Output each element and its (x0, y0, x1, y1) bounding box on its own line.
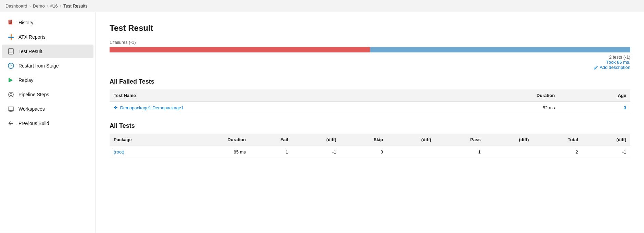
replay-icon (8, 77, 14, 84)
atx-reports-icon (8, 34, 14, 40)
sidebar-label-workspaces: Workspaces (18, 106, 45, 112)
breadcrumb-dashboard[interactable]: Dashboard (5, 3, 27, 9)
breadcrumb-current: Test Results (63, 3, 88, 9)
fail-cell: 1 (250, 146, 292, 158)
col-total: Total (533, 134, 582, 146)
took-label: Took 85 ms. (606, 60, 630, 65)
table-row: ✛ Demopackage1.Demopackage1 52 ms 3 (110, 102, 630, 114)
svg-rect-7 (9, 50, 13, 50)
sidebar-item-atx-reports[interactable]: ATX Reports (2, 30, 93, 44)
main-content: Test Result 1 failures (-1) 2 tests (-1)… (96, 12, 644, 233)
dur-cell: 85 ms (179, 146, 250, 158)
history-icon (8, 19, 14, 26)
tests-count: 2 tests (-1) (609, 54, 630, 60)
sidebar-item-previous-build[interactable]: Previous Build (2, 116, 93, 130)
svg-marker-12 (9, 78, 13, 82)
col-package: Package (110, 134, 179, 146)
total-cell: 2 (533, 146, 582, 158)
sidebar-item-test-result[interactable]: Test Result (2, 45, 93, 58)
pass-diff-cell (485, 146, 533, 158)
svg-rect-5 (8, 37, 14, 38)
breadcrumb-sep-2: › (47, 3, 48, 9)
failed-tests-table: Test Name Duration Age ✛ Demopackage1.De… (110, 89, 630, 114)
breadcrumb-sep-1: › (29, 3, 31, 9)
workspaces-icon (8, 106, 14, 112)
sidebar-label-history: History (18, 20, 34, 25)
restart-stage-icon (8, 62, 14, 69)
sidebar-label-atx-reports: ATX Reports (18, 34, 46, 40)
package-cell: (root) (110, 146, 179, 158)
sidebar-item-workspaces[interactable]: Workspaces (2, 102, 93, 116)
all-tests-table: Package Duration Fail (diff) Skip (diff)… (110, 134, 630, 158)
svg-rect-16 (8, 107, 14, 110)
edit-icon (593, 65, 598, 70)
sidebar-item-restart-from-stage[interactable]: Restart from Stage (2, 59, 93, 73)
age-badge: 3 (624, 105, 626, 110)
sidebar-label-pipeline-steps: Pipeline Steps (18, 92, 49, 97)
failures-label: 1 failures (-1) (110, 40, 630, 45)
sidebar-label-replay: Replay (18, 77, 34, 83)
svg-rect-13 (9, 78, 10, 82)
svg-rect-3 (9, 23, 11, 23)
page-title: Test Result (110, 23, 630, 33)
svg-rect-6 (9, 49, 13, 54)
test-name-cell: ✛ Demopackage1.Demopackage1 (110, 102, 445, 114)
progress-bar (110, 47, 630, 52)
fail-diff-cell: -1 (292, 146, 340, 158)
col-fail-diff: (diff) (292, 134, 340, 146)
pipeline-steps-icon (8, 91, 14, 98)
sidebar-item-history[interactable]: History (2, 16, 93, 29)
sidebar: History ATX Reports Test Result (0, 12, 96, 233)
package-link[interactable]: (root) (114, 149, 124, 155)
add-description-text: Add description (599, 65, 630, 70)
col-fail: Fail (250, 134, 292, 146)
col-dur: Duration (179, 134, 250, 146)
sidebar-label-previous-build: Previous Build (18, 121, 49, 126)
cross-icon: ✛ (114, 105, 117, 110)
col-pass: Pass (435, 134, 485, 146)
svg-point-14 (9, 92, 13, 97)
all-tests-row: (root) 85 ms 1 -1 0 1 2 -1 (110, 146, 630, 158)
sidebar-item-pipeline-steps[interactable]: Pipeline Steps (2, 88, 93, 101)
skip-cell: 0 (340, 146, 387, 158)
breadcrumb-demo[interactable]: Demo (33, 3, 45, 9)
breadcrumb-build[interactable]: #16 (50, 3, 58, 9)
svg-rect-2 (9, 22, 11, 22)
total-diff-cell: -1 (582, 146, 630, 158)
sidebar-label-test-result: Test Result (18, 49, 42, 54)
progress-fail-bar (110, 47, 370, 52)
svg-rect-9 (9, 52, 12, 52)
failed-tests-title: All Failed Tests (110, 78, 630, 85)
col-pass-diff: (diff) (485, 134, 533, 146)
sidebar-item-replay[interactable]: Replay (2, 73, 93, 87)
progress-pass-bar (370, 47, 631, 52)
svg-rect-1 (9, 21, 11, 21)
pass-cell: 1 (435, 146, 485, 158)
col-skip: Skip (340, 134, 387, 146)
test-result-icon (8, 48, 14, 55)
svg-point-15 (10, 94, 12, 96)
breadcrumb-sep-3: › (60, 3, 61, 9)
col-skip-diff: (diff) (387, 134, 435, 146)
col-duration: Duration (445, 89, 559, 102)
test-name-link[interactable]: Demopackage1.Demopackage1 (120, 105, 184, 110)
add-description-link[interactable]: Add description (593, 65, 630, 70)
skip-diff-cell (387, 146, 435, 158)
age-cell: 3 (559, 102, 630, 114)
col-test-name: Test Name (110, 89, 445, 102)
svg-rect-8 (9, 51, 13, 51)
sidebar-label-restart-from-stage: Restart from Stage (18, 63, 59, 69)
previous-build-icon (8, 120, 14, 127)
col-total-diff: (diff) (582, 134, 630, 146)
summary-right: 2 tests (-1) Took 85 ms. Add description (110, 54, 630, 70)
duration-cell: 52 ms (445, 102, 559, 114)
breadcrumb: Dashboard › Demo › #16 › Test Results (0, 0, 644, 12)
col-age: Age (559, 89, 630, 102)
all-tests-title: All Tests (110, 122, 630, 130)
